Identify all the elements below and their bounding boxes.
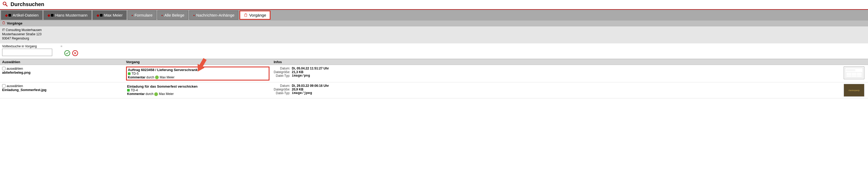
search-operator: = <box>60 44 62 48</box>
info-date-value: Di, 05.04.22 11:51:27 Uhr <box>292 67 329 70</box>
user-avatar-icon <box>154 92 158 96</box>
row-select-label[interactable]: auswählen <box>2 67 122 71</box>
search-row: Volltextsuche in Vorgang = <box>0 43 868 59</box>
search-label: Volltextsuche in Vorgang <box>2 44 37 48</box>
svg-rect-3 <box>245 13 246 14</box>
tab-vorg-nge[interactable]: Vorgänge <box>240 10 271 20</box>
search-field: Volltextsuche in Vorgang = <box>2 44 62 56</box>
vorgang-code: TD-5 <box>131 72 139 75</box>
svg-rect-4 <box>3 22 5 24</box>
vorgang-code-row: TD-5 <box>128 72 268 75</box>
tab-formulare[interactable]: ▪Formulare <box>128 10 156 20</box>
tab-stack-icon: ◆ <box>5 13 11 17</box>
row-filename: ablieferbeleg.png <box>2 71 122 74</box>
search-clear-button[interactable] <box>72 50 78 56</box>
info-size-label: Dateigröße: <box>274 87 290 91</box>
clipboard-icon <box>2 21 5 25</box>
table-row: auswählenablieferbeleg.pngAuftrag 602345… <box>0 65 868 83</box>
section-title: Vorgänge <box>7 21 23 25</box>
column-header-vorgang: Vorgang <box>124 59 272 65</box>
vorgang-title: Einladung für das Sommerfest verschicken <box>127 84 269 88</box>
tab-label: Formulare <box>134 13 152 17</box>
company-city: 93047 Regensburg <box>2 36 866 40</box>
row-select-text: auswählen <box>7 67 23 71</box>
page-header: Durchsuchen <box>0 0 868 9</box>
tab-small-icon: ▪ <box>131 13 133 17</box>
info-type-label: Datei-Typ: <box>274 74 290 78</box>
tab-stack-icon: ◆ <box>96 13 102 17</box>
tab-label: Hans Mustermann <box>55 13 88 17</box>
tab-alle-belege[interactable]: ▪Alle Belege <box>157 10 188 20</box>
vorgang-box[interactable]: Auftrag 6023458 / Lieferung Serverschran… <box>126 67 270 81</box>
row-select-checkbox[interactable] <box>2 67 5 70</box>
tab-hans-mustermann[interactable]: ◆Hans Mustermann <box>43 10 92 20</box>
user-avatar-icon <box>155 75 159 79</box>
tab-label: Vorgänge <box>249 13 266 17</box>
row-infos: Datum:Di, 05.04.22 11:51:27 UhrDateigröß… <box>274 67 839 78</box>
clipboard-icon <box>244 13 248 17</box>
vorgang-comment-row: Kommentar durch Max Meier <box>127 92 269 96</box>
results-table-header: Auswählen Vorgang Infos <box>0 59 868 65</box>
results-table-body: auswählenablieferbeleg.pngAuftrag 602345… <box>0 65 868 99</box>
info-size-value: 21,3 KB <box>292 70 329 74</box>
tab-label: Artikel-Dateien <box>13 13 38 17</box>
tab-nachrichten-anh-nge[interactable]: ▪Nachrichten-Anhänge <box>189 10 238 20</box>
table-row: auswählenEinladung_Sommerfest.jpgEinladu… <box>0 82 868 99</box>
info-size-label: Dateigröße: <box>274 70 290 74</box>
comment-user: Max Meier <box>159 92 174 96</box>
info-type-value: image/jpeg <box>292 91 329 95</box>
tab-label: Nachrichten-Anhänge <box>196 13 235 17</box>
vorgang-code: TD-4 <box>131 88 138 92</box>
company-name: IT Consulting Musterhausen <box>2 28 866 32</box>
row-infos: Datum:Di, 29.03.22 09:06:16 UhrDateigröß… <box>274 84 839 95</box>
row-thumbnail[interactable]: Gartenparty <box>844 84 864 97</box>
vorgang-box[interactable]: Einladung für das Sommerfest verschicken… <box>126 84 270 97</box>
tab-artikel-dateien[interactable]: ◆Artikel-Dateien <box>1 10 42 20</box>
fulltext-search-input[interactable] <box>2 49 52 56</box>
tab-max-meier[interactable]: ◆Max Meier <box>93 10 127 20</box>
tab-stack-icon: ◆ <box>48 13 54 17</box>
comment-user: Max Meier <box>160 75 175 79</box>
column-header-infos: Infos <box>272 59 842 65</box>
tabs-bar: ◆Artikel-Dateien◆Hans Mustermann◆Max Mei… <box>0 9 868 21</box>
row-select-checkbox[interactable] <box>2 84 5 87</box>
vorgang-comment-row: Kommentar durch Max Meier <box>128 75 268 79</box>
info-type-label: Datei-Typ: <box>274 91 290 95</box>
company-address-block: IT Consulting Musterhausen Musterhausene… <box>0 26 868 43</box>
vorgang-title: Auftrag 6023458 / Lieferung Serverschran… <box>128 68 268 72</box>
svg-rect-2 <box>245 14 247 16</box>
section-bar: Vorgänge <box>0 21 868 26</box>
search-magnifier-icon <box>2 1 8 8</box>
vorgang-code-row: TD-4 <box>127 88 269 92</box>
row-select-text: auswählen <box>7 84 23 88</box>
info-type-value: image/png <box>292 74 329 78</box>
row-thumbnail[interactable] <box>844 67 864 79</box>
status-square-icon <box>128 72 130 75</box>
row-select-label[interactable]: auswählen <box>2 84 122 88</box>
tab-label: Max Meier <box>104 13 123 17</box>
column-header-select: Auswählen <box>0 59 124 65</box>
search-submit-button[interactable] <box>64 50 70 56</box>
page-title: Durchsuchen <box>10 1 44 7</box>
info-date-label: Datum: <box>274 67 290 70</box>
svg-rect-9 <box>845 68 863 78</box>
svg-line-1 <box>6 5 7 6</box>
row-filename: Einladung_Sommerfest.jpg <box>2 88 122 92</box>
tab-label: Alle Belege <box>164 13 184 17</box>
svg-rect-5 <box>3 22 4 22</box>
info-size-value: 20,9 KB <box>292 87 329 91</box>
tab-small-icon: ▪ <box>161 13 163 17</box>
tab-small-icon: ▪ <box>193 13 194 17</box>
info-date-label: Datum: <box>274 84 290 87</box>
info-date-value: Di, 29.03.22 09:06:16 Uhr <box>292 84 329 87</box>
status-square-icon <box>127 89 130 91</box>
company-street: Musterhausener Straße 123 <box>2 32 866 36</box>
